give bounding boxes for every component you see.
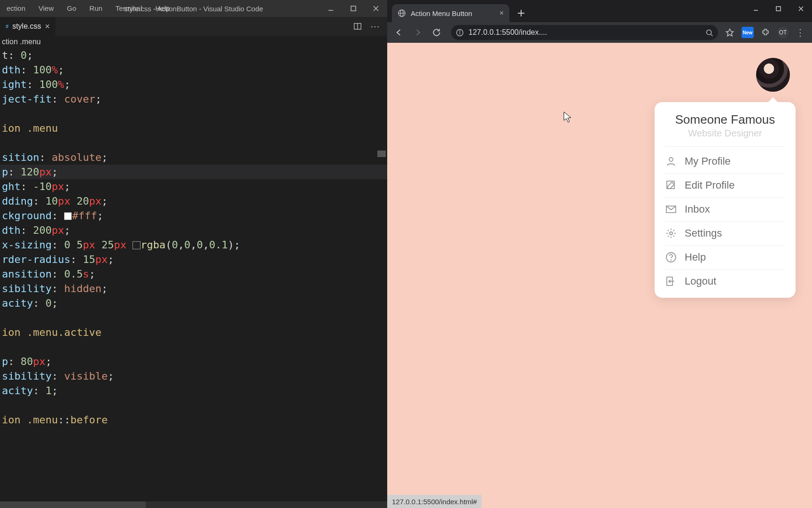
svg-point-18 [707, 30, 711, 34]
vscode-tab-label: style.css [12, 22, 41, 31]
code-line[interactable]: acity: 1; [0, 383, 387, 398]
address-bar[interactable]: 127.0.0.1:5500/index.... [451, 25, 718, 40]
css-file-icon: # [6, 24, 8, 29]
code-line[interactable] [0, 340, 387, 354]
vscode-menu-go[interactable]: Go [60, 0, 83, 17]
chrome-close-button[interactable] [789, 0, 812, 17]
code-line[interactable]: dding: 10px 20px; [0, 194, 387, 208]
menu-item-user[interactable]: My Profile [665, 150, 785, 174]
gear-icon [665, 227, 677, 239]
vscode-tab-close[interactable]: × [45, 22, 50, 32]
back-button[interactable] [391, 24, 407, 40]
code-line[interactable] [0, 310, 387, 325]
puzzle-icon [761, 28, 770, 37]
code-line[interactable]: ansition: 0.5s; [0, 267, 387, 281]
code-line[interactable] [0, 398, 387, 413]
menu-item-edit[interactable]: Edit Profile [665, 174, 785, 198]
mouse-cursor [563, 111, 572, 124]
edit-icon [665, 179, 677, 191]
minimize-icon [753, 6, 759, 12]
split-editor-icon[interactable] [353, 22, 362, 31]
avatar-button[interactable] [755, 57, 791, 93]
code-line[interactable]: dth: 200px; [0, 223, 387, 238]
browser-status-bar: 127.0.0.1:5500/index.html# [387, 495, 482, 508]
code-line[interactable]: sition: absolute; [0, 150, 387, 165]
menu-item-help[interactable]: Help [665, 246, 785, 270]
vscode-minimap-indicator[interactable] [377, 151, 386, 157]
code-line[interactable]: x-sizing: 0 5px 25px rgba(0,0,0,0.1); [0, 238, 387, 252]
code-line[interactable]: ckground: #fff; [0, 208, 387, 223]
maximize-icon [775, 6, 781, 12]
color-swatch-icon[interactable] [133, 241, 141, 249]
vscode-tab-bar: # style.css × ⋯ [0, 17, 387, 36]
reload-button[interactable] [429, 24, 445, 40]
user-icon [665, 155, 677, 167]
site-info-icon[interactable] [456, 29, 464, 37]
arrow-right-icon [413, 28, 422, 37]
vscode-window-controls [320, 0, 387, 17]
chrome-tab[interactable]: Action Menu Button × [392, 4, 509, 22]
color-swatch-icon[interactable] [64, 212, 72, 220]
chrome-menu-button[interactable]: ⋮ [795, 27, 805, 38]
code-line[interactable]: rder-radius: 15px; [0, 252, 387, 267]
new-badge[interactable]: New [742, 27, 754, 38]
extensions-button[interactable] [760, 27, 771, 38]
menu-item-mail[interactable]: Inbox [665, 198, 785, 222]
chrome-minimize-button[interactable] [744, 0, 767, 17]
code-line[interactable]: acity: 0; [0, 296, 387, 310]
code-line[interactable]: dth: 100%; [0, 63, 387, 77]
code-line[interactable]: sibility: hidden; [0, 281, 387, 296]
chrome-maximize-button[interactable] [767, 0, 789, 17]
bookmark-button[interactable] [725, 27, 735, 38]
code-line[interactable]: ject-fit: cover; [0, 92, 387, 106]
vscode-breadcrumb[interactable]: ction .menu [0, 36, 387, 48]
menu-item-label: Inbox [685, 203, 710, 215]
chrome-toolbar: 127.0.0.1:5500/index.... New OT ⋮ [387, 22, 812, 43]
chrome-tab-close[interactable]: × [500, 9, 504, 17]
code-line[interactable]: t: 0; [0, 48, 387, 63]
code-line[interactable]: ion .menu::before [0, 413, 387, 427]
action-widget: Someone Famous Website Designer My Profi… [755, 57, 791, 93]
code-line[interactable]: ion .menu.active [0, 325, 387, 340]
mail-icon [665, 203, 677, 215]
vscode-title: style.css - ActionButton - Visual Studio… [124, 5, 263, 13]
svg-line-19 [711, 34, 712, 35]
svg-point-26 [671, 260, 671, 261]
code-line[interactable]: p: 80px; [0, 354, 387, 369]
new-tab-button[interactable] [517, 9, 525, 17]
forward-button[interactable] [410, 24, 426, 40]
vscode-h-scroll-thumb[interactable] [0, 501, 146, 508]
code-line[interactable]: p: 120px; [0, 165, 387, 179]
vscode-menu-selection[interactable]: ection [0, 0, 32, 17]
menu-item-gear[interactable]: Settings [665, 222, 785, 246]
chrome-tab-title: Action Menu Button [411, 9, 472, 17]
menu-item-label: Logout [685, 275, 716, 287]
code-line[interactable]: ion .menu [0, 121, 387, 135]
svg-point-17 [460, 31, 460, 31]
menu-item-logout[interactable]: Logout [665, 270, 785, 293]
menu-item-label: Settings [685, 227, 722, 239]
more-icon[interactable]: ⋯ [370, 21, 380, 32]
code-line[interactable] [0, 135, 387, 150]
menu-item-label: Edit Profile [685, 179, 734, 191]
vscode-menu-run[interactable]: Run [83, 0, 109, 17]
code-line[interactable]: ight: 100%; [0, 77, 387, 92]
vscode-window: ection View Go Run Terminal Help style.c… [0, 0, 387, 508]
chrome-tab-strip: Action Menu Button × [387, 0, 812, 22]
code-line[interactable] [0, 106, 387, 121]
minimize-button[interactable] [320, 0, 342, 17]
profile-button[interactable]: OT [777, 27, 789, 38]
maximize-button[interactable] [342, 0, 365, 17]
code-line[interactable]: ght: -10px; [0, 179, 387, 194]
svg-point-24 [670, 232, 672, 235]
code-line[interactable]: sibility: visible; [0, 369, 387, 383]
chrome-toolbar-right: New OT ⋮ [725, 27, 808, 38]
vscode-breadcrumb-text: ction .menu [2, 38, 41, 46]
svg-rect-1 [351, 6, 356, 11]
vscode-menu-view[interactable]: View [32, 0, 60, 17]
reload-icon [432, 28, 441, 37]
vscode-editor[interactable]: t: 0;dth: 100%;ight: 100%;ject-fit: cove… [0, 48, 387, 427]
close-button[interactable] [365, 0, 387, 17]
vscode-tab-stylecss[interactable]: # style.css × [0, 17, 55, 36]
search-icon[interactable] [705, 29, 713, 37]
